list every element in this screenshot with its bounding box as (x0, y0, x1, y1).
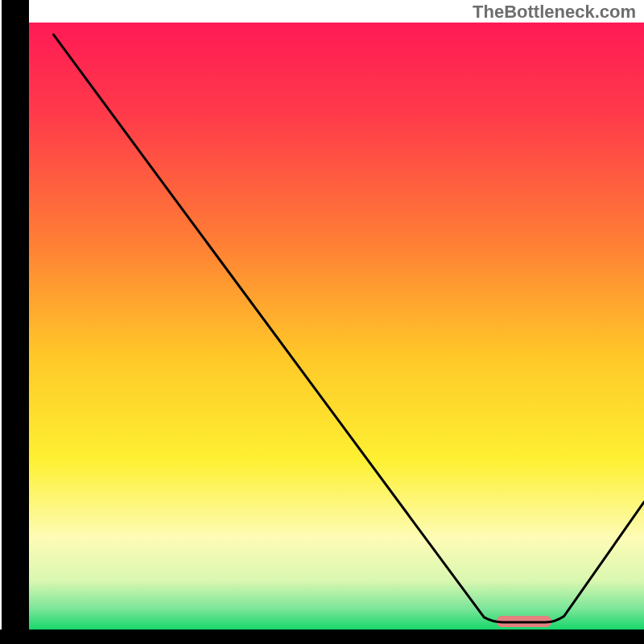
y-axis-bar (2, 0, 29, 644)
chart-svg (0, 0, 644, 644)
plot-area (29, 23, 644, 630)
x-axis-bar (0, 630, 644, 644)
chart-container: TheBottleneck.com (0, 0, 644, 644)
watermark-label: TheBottleneck.com (473, 2, 636, 23)
gradient-background (29, 23, 644, 630)
